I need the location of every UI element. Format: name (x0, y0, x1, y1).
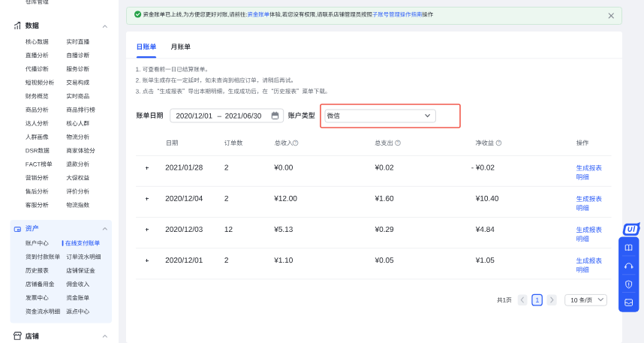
svg-text:?: ? (294, 140, 296, 145)
svg-text:?: ? (498, 140, 500, 145)
svg-text:?: ? (397, 140, 399, 145)
